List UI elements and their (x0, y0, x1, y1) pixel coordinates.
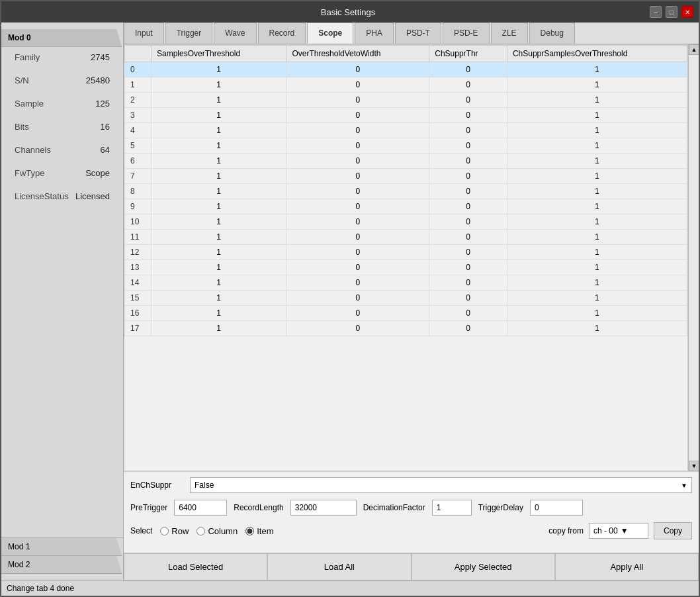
tab-input[interactable]: Input (124, 23, 164, 44)
radio-row-group[interactable]: Row (160, 526, 189, 536)
table-row[interactable]: 13 1 0 0 1 (125, 260, 687, 275)
cell-otvw-1[interactable]: 0 (286, 77, 429, 93)
cell-cst-15[interactable]: 0 (429, 291, 507, 306)
cell-cst-12[interactable]: 0 (429, 245, 507, 260)
minimize-button[interactable]: – (650, 6, 662, 18)
cell-sot-7[interactable]: 1 (152, 169, 286, 184)
table-row[interactable]: 5 1 0 0 1 (125, 138, 687, 154)
cell-otvw-6[interactable]: 0 (286, 154, 429, 169)
table-row[interactable]: 9 1 0 0 1 (125, 199, 687, 214)
cell-otvw-4[interactable]: 0 (286, 123, 429, 138)
cell-sot-12[interactable]: 1 (152, 245, 286, 260)
cell-otvw-0[interactable]: 0 (286, 62, 429, 77)
cell-otvw-14[interactable]: 0 (286, 275, 429, 291)
table-row[interactable]: 15 1 0 0 1 (125, 291, 687, 306)
cell-cssot-8[interactable]: 1 (507, 184, 687, 199)
tab-debug[interactable]: Debug (529, 23, 575, 44)
cell-cst-6[interactable]: 0 (429, 154, 507, 169)
table-row[interactable]: 2 1 0 0 1 (125, 93, 687, 108)
cell-sot-8[interactable]: 1 (152, 184, 286, 199)
cell-cssot-11[interactable]: 1 (507, 230, 687, 245)
cell-sot-15[interactable]: 1 (152, 291, 286, 306)
table-row[interactable]: 11 1 0 0 1 (125, 230, 687, 245)
tab-zle[interactable]: ZLE (491, 23, 528, 44)
cell-cst-11[interactable]: 0 (429, 230, 507, 245)
cell-sot-1[interactable]: 1 (152, 77, 286, 93)
load-all-button[interactable]: Load All (267, 553, 411, 580)
tab-psde[interactable]: PSD-E (443, 23, 490, 44)
cell-cssot-2[interactable]: 1 (507, 93, 687, 108)
cell-sot-6[interactable]: 1 (152, 154, 286, 169)
cell-cssot-16[interactable]: 1 (507, 306, 687, 321)
table-row[interactable]: 1 1 0 0 1 (125, 77, 687, 93)
cell-cssot-9[interactable]: 1 (507, 199, 687, 214)
table-row[interactable]: 14 1 0 0 1 (125, 275, 687, 291)
tab-pha[interactable]: PHA (355, 23, 394, 44)
cell-cssot-15[interactable]: 1 (507, 291, 687, 306)
radio-column-group[interactable]: Column (197, 526, 238, 536)
cell-sot-13[interactable]: 1 (152, 260, 286, 275)
cell-cst-8[interactable]: 0 (429, 184, 507, 199)
cell-cssot-14[interactable]: 1 (507, 275, 687, 291)
cell-sot-4[interactable]: 1 (152, 123, 286, 138)
apply-all-button[interactable]: Apply All (555, 553, 699, 580)
copy-button[interactable]: Copy (654, 522, 692, 539)
cell-sot-16[interactable]: 1 (152, 306, 286, 321)
cell-otvw-7[interactable]: 0 (286, 169, 429, 184)
mod1-item[interactable]: Mod 1 (1, 538, 123, 556)
cell-otvw-9[interactable]: 0 (286, 199, 429, 214)
cell-cssot-4[interactable]: 1 (507, 123, 687, 138)
cell-cssot-3[interactable]: 1 (507, 108, 687, 123)
enchsuppr-dropdown[interactable]: False ▼ (190, 477, 692, 493)
cell-sot-0[interactable]: 1 (152, 62, 286, 77)
pretrigger-input[interactable] (174, 500, 227, 516)
table-row[interactable]: 0 1 0 0 1 (125, 62, 687, 77)
table-row[interactable]: 6 1 0 0 1 (125, 154, 687, 169)
cell-cssot-13[interactable]: 1 (507, 260, 687, 275)
cell-sot-5[interactable]: 1 (152, 138, 286, 154)
cell-cssot-0[interactable]: 1 (507, 62, 687, 77)
cell-sot-3[interactable]: 1 (152, 108, 286, 123)
cell-otvw-12[interactable]: 0 (286, 245, 429, 260)
scroll-down-arrow[interactable]: ▼ (689, 461, 699, 471)
cell-cst-2[interactable]: 0 (429, 93, 507, 108)
decimation-input[interactable] (432, 500, 472, 516)
cell-cst-0[interactable]: 0 (429, 62, 507, 77)
close-button[interactable]: ✕ (681, 6, 693, 18)
cell-cst-16[interactable]: 0 (429, 306, 507, 321)
restore-button[interactable]: □ (666, 6, 678, 18)
cell-cssot-6[interactable]: 1 (507, 154, 687, 169)
cell-cssot-5[interactable]: 1 (507, 138, 687, 154)
tab-scope[interactable]: Scope (307, 23, 353, 44)
cell-sot-14[interactable]: 1 (152, 275, 286, 291)
cell-otvw-2[interactable]: 0 (286, 93, 429, 108)
cell-sot-11[interactable]: 1 (152, 230, 286, 245)
cell-cssot-7[interactable]: 1 (507, 169, 687, 184)
cell-cst-14[interactable]: 0 (429, 275, 507, 291)
cell-otvw-13[interactable]: 0 (286, 260, 429, 275)
copy-from-dropdown[interactable]: ch - 00 ▼ (589, 523, 648, 539)
cell-cst-17[interactable]: 0 (429, 321, 507, 336)
cell-cst-10[interactable]: 0 (429, 214, 507, 230)
triggerdelay-input[interactable] (530, 500, 583, 516)
cell-otvw-16[interactable]: 0 (286, 306, 429, 321)
table-row[interactable]: 8 1 0 0 1 (125, 184, 687, 199)
cell-sot-17[interactable]: 1 (152, 321, 286, 336)
cell-sot-2[interactable]: 1 (152, 93, 286, 108)
cell-cst-9[interactable]: 0 (429, 199, 507, 214)
data-table-container[interactable]: SamplesOverThreshold OverThresholdVetoWi… (124, 44, 688, 471)
cell-cst-4[interactable]: 0 (429, 123, 507, 138)
scroll-up-arrow[interactable]: ▲ (689, 44, 699, 55)
mod0-header[interactable]: Mod 0 (1, 29, 123, 47)
table-row[interactable]: 10 1 0 0 1 (125, 214, 687, 230)
scrollbar[interactable]: ▲ ▼ (688, 44, 699, 471)
cell-sot-9[interactable]: 1 (152, 199, 286, 214)
cell-otvw-17[interactable]: 0 (286, 321, 429, 336)
radio-item-group[interactable]: Item (245, 526, 273, 536)
cell-cssot-17[interactable]: 1 (507, 321, 687, 336)
table-row[interactable]: 12 1 0 0 1 (125, 245, 687, 260)
cell-otvw-5[interactable]: 0 (286, 138, 429, 154)
tab-psdt[interactable]: PSD-T (395, 23, 441, 44)
table-row[interactable]: 4 1 0 0 1 (125, 123, 687, 138)
tab-trigger[interactable]: Trigger (165, 23, 213, 44)
